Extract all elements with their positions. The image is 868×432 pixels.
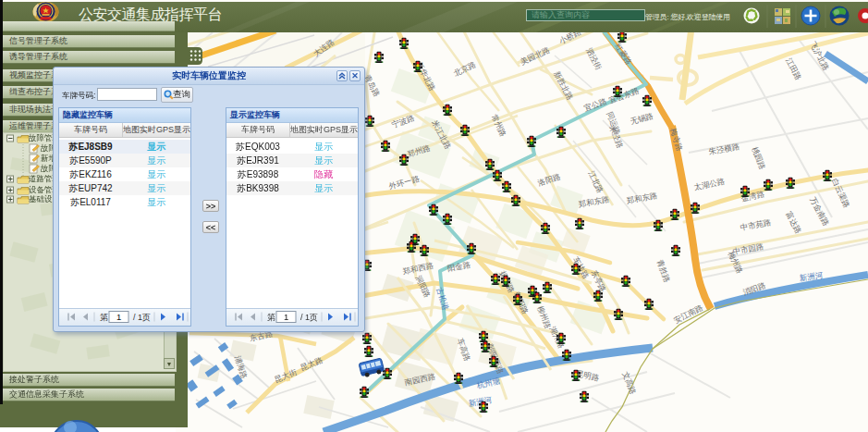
svg-text:/ 1页: / 1页 <box>133 313 151 322</box>
svg-text:第: 第 <box>267 313 275 322</box>
svg-text:1: 1 <box>284 312 288 322</box>
svg-text:第: 第 <box>100 313 108 322</box>
svg-text:1: 1 <box>116 312 121 322</box>
svg-text:/ 1页: / 1页 <box>300 313 318 322</box>
